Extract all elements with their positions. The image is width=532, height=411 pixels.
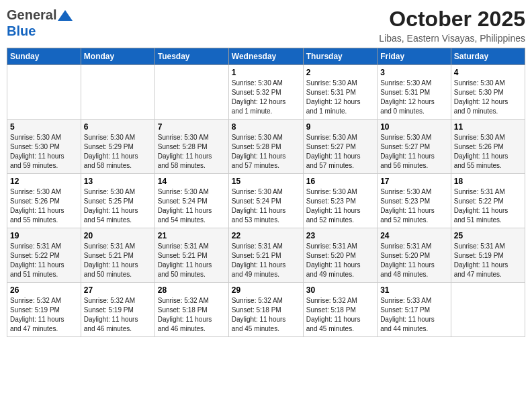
day-number: 2 [306,68,374,77]
calendar-cell: 17Sunrise: 5:30 AM Sunset: 5:23 PM Dayli… [378,174,451,228]
day-info: Sunrise: 5:31 AM Sunset: 5:20 PM Dayligh… [380,242,448,279]
day-info: Sunrise: 5:30 AM Sunset: 5:30 PM Dayligh… [10,133,78,171]
title-block: October 2025 Libas, Eastern Visayas, Phi… [379,7,525,44]
day-info: Sunrise: 5:31 AM Sunset: 5:20 PM Dayligh… [306,242,374,279]
day-number: 25 [454,231,522,240]
calendar-cell: 28Sunrise: 5:32 AM Sunset: 5:18 PM Dayli… [154,283,228,337]
calendar-cell: 11Sunrise: 5:30 AM Sunset: 5:26 PM Dayli… [451,120,525,174]
day-number: 22 [232,231,300,240]
day-number: 18 [454,177,522,186]
day-number: 12 [10,177,78,186]
calendar-cell: 24Sunrise: 5:31 AM Sunset: 5:20 PM Dayli… [378,228,451,283]
day-info: Sunrise: 5:32 AM Sunset: 5:19 PM Dayligh… [84,296,152,334]
day-info: Sunrise: 5:31 AM Sunset: 5:21 PM Dayligh… [232,242,300,279]
calendar-cell: 10Sunrise: 5:30 AM Sunset: 5:27 PM Dayli… [378,120,451,174]
day-number: 20 [84,231,152,240]
calendar-cell: 15Sunrise: 5:30 AM Sunset: 5:24 PM Dayli… [228,174,303,228]
weekday-header-friday: Friday [378,48,451,65]
calendar-cell: 9Sunrise: 5:30 AM Sunset: 5:27 PM Daylig… [303,120,377,174]
logo: General Blue [7,7,73,39]
calendar-week-row: 26Sunrise: 5:32 AM Sunset: 5:19 PM Dayli… [7,283,525,337]
day-info: Sunrise: 5:31 AM Sunset: 5:22 PM Dayligh… [454,187,522,225]
day-info: Sunrise: 5:30 AM Sunset: 5:23 PM Dayligh… [380,187,448,225]
weekday-header-monday: Monday [81,48,154,65]
day-info: Sunrise: 5:31 AM Sunset: 5:21 PM Dayligh… [84,242,152,279]
calendar-cell: 18Sunrise: 5:31 AM Sunset: 5:22 PM Dayli… [451,174,525,228]
month-title: October 2025 [379,7,525,32]
calendar-cell [154,65,228,120]
weekday-header-sunday: Sunday [7,48,81,65]
calendar-cell [81,65,154,120]
calendar-cell [7,65,81,120]
day-number: 15 [232,177,300,186]
logo-general-text: General [7,7,56,23]
calendar-week-row: 19Sunrise: 5:31 AM Sunset: 5:22 PM Dayli… [7,228,525,283]
day-info: Sunrise: 5:30 AM Sunset: 5:26 PM Dayligh… [454,133,522,171]
day-number: 31 [380,285,448,295]
calendar-cell: 25Sunrise: 5:31 AM Sunset: 5:19 PM Dayli… [451,228,525,283]
day-info: Sunrise: 5:30 AM Sunset: 5:27 PM Dayligh… [306,133,374,171]
logo-triangle-icon [58,9,73,22]
day-number: 16 [306,177,374,186]
calendar-table: SundayMondayTuesdayWednesdayThursdayFrid… [7,48,525,337]
day-number: 6 [84,122,152,132]
day-number: 21 [158,231,226,240]
weekday-header-saturday: Saturday [451,48,525,65]
calendar-cell: 31Sunrise: 5:33 AM Sunset: 5:17 PM Dayli… [378,283,451,337]
day-info: Sunrise: 5:30 AM Sunset: 5:24 PM Dayligh… [232,187,300,225]
calendar-week-row: 1Sunrise: 5:30 AM Sunset: 5:32 PM Daylig… [7,65,525,120]
day-number: 9 [306,122,374,132]
day-info: Sunrise: 5:32 AM Sunset: 5:18 PM Dayligh… [232,296,300,334]
day-number: 1 [232,68,300,77]
day-number: 30 [306,285,374,295]
logo-blue-text: Blue [7,23,73,39]
day-number: 10 [380,122,448,132]
calendar-cell [451,283,525,337]
day-number: 17 [380,177,448,186]
svg-marker-0 [58,10,73,21]
calendar-cell: 14Sunrise: 5:30 AM Sunset: 5:24 PM Dayli… [154,174,228,228]
calendar-cell: 23Sunrise: 5:31 AM Sunset: 5:20 PM Dayli… [303,228,377,283]
calendar-cell: 5Sunrise: 5:30 AM Sunset: 5:30 PM Daylig… [7,120,81,174]
weekday-header-tuesday: Tuesday [154,48,228,65]
day-number: 23 [306,231,374,240]
day-number: 3 [380,68,448,77]
calendar-cell: 20Sunrise: 5:31 AM Sunset: 5:21 PM Dayli… [81,228,154,283]
day-number: 28 [158,285,226,295]
day-info: Sunrise: 5:30 AM Sunset: 5:23 PM Dayligh… [306,187,374,225]
day-number: 29 [232,285,300,295]
day-number: 5 [10,122,78,132]
calendar-cell: 26Sunrise: 5:32 AM Sunset: 5:19 PM Dayli… [7,283,81,337]
calendar-cell: 29Sunrise: 5:32 AM Sunset: 5:18 PM Dayli… [228,283,303,337]
day-info: Sunrise: 5:33 AM Sunset: 5:17 PM Dayligh… [380,296,448,334]
calendar-cell: 16Sunrise: 5:30 AM Sunset: 5:23 PM Dayli… [303,174,377,228]
day-info: Sunrise: 5:32 AM Sunset: 5:18 PM Dayligh… [306,296,374,334]
weekday-header-thursday: Thursday [303,48,377,65]
day-number: 13 [84,177,152,186]
calendar-cell: 1Sunrise: 5:30 AM Sunset: 5:32 PM Daylig… [228,65,303,120]
calendar-cell: 2Sunrise: 5:30 AM Sunset: 5:31 PM Daylig… [303,65,377,120]
calendar-cell: 21Sunrise: 5:31 AM Sunset: 5:21 PM Dayli… [154,228,228,283]
calendar-cell: 8Sunrise: 5:30 AM Sunset: 5:28 PM Daylig… [228,120,303,174]
header: General Blue October 2025 Libas, Eastern… [7,7,525,44]
day-info: Sunrise: 5:31 AM Sunset: 5:22 PM Dayligh… [10,242,78,279]
weekday-header-wednesday: Wednesday [228,48,303,65]
day-number: 26 [10,285,78,295]
day-number: 19 [10,231,78,240]
page-container: General Blue October 2025 Libas, Eastern… [0,0,532,344]
day-info: Sunrise: 5:30 AM Sunset: 5:30 PM Dayligh… [454,79,522,116]
day-info: Sunrise: 5:32 AM Sunset: 5:19 PM Dayligh… [10,296,78,334]
calendar-week-row: 5Sunrise: 5:30 AM Sunset: 5:30 PM Daylig… [7,120,525,174]
day-info: Sunrise: 5:30 AM Sunset: 5:26 PM Dayligh… [10,187,78,225]
calendar-cell: 12Sunrise: 5:30 AM Sunset: 5:26 PM Dayli… [7,174,81,228]
day-info: Sunrise: 5:30 AM Sunset: 5:32 PM Dayligh… [232,79,300,116]
calendar-cell: 3Sunrise: 5:30 AM Sunset: 5:31 PM Daylig… [378,65,451,120]
day-info: Sunrise: 5:30 AM Sunset: 5:24 PM Dayligh… [158,187,226,225]
day-info: Sunrise: 5:30 AM Sunset: 5:28 PM Dayligh… [232,133,300,171]
day-number: 8 [232,122,300,132]
location-title: Libas, Eastern Visayas, Philippines [379,33,525,44]
calendar-header-row: SundayMondayTuesdayWednesdayThursdayFrid… [7,48,525,65]
calendar-cell: 30Sunrise: 5:32 AM Sunset: 5:18 PM Dayli… [303,283,377,337]
calendar-cell: 22Sunrise: 5:31 AM Sunset: 5:21 PM Dayli… [228,228,303,283]
day-number: 14 [158,177,226,186]
